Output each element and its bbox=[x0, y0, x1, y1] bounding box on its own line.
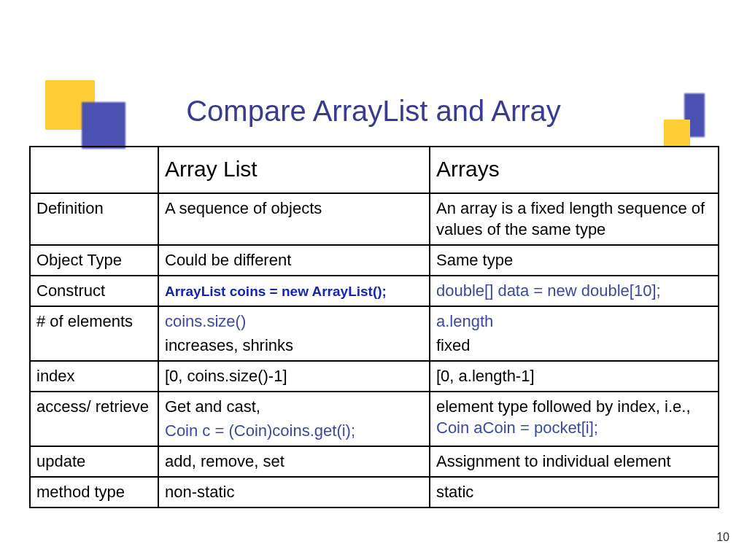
cell-arraylist: Get and cast, Coin c = (Coin)coins.get(i… bbox=[158, 392, 430, 446]
table-row: method type non-static static bbox=[30, 477, 719, 508]
row-label: Definition bbox=[30, 193, 158, 245]
code-snippet: Coin c = (Coin)coins.get(i); bbox=[165, 420, 423, 441]
code-snippet: double[] data = new double[10]; bbox=[436, 281, 661, 300]
row-label: Construct bbox=[30, 276, 158, 306]
cell-arrays: element type followed by index, i.e., Co… bbox=[430, 392, 719, 446]
header-arrays: Arrays bbox=[430, 147, 719, 193]
cell-text: increases, shrinks bbox=[165, 335, 423, 356]
cell-arraylist: ArrayList coins = new ArrayList(); bbox=[158, 276, 430, 306]
table-row: # of elements coins.size() increases, sh… bbox=[30, 306, 719, 361]
row-label: # of elements bbox=[30, 306, 158, 361]
cell-arrays: a.length fixed bbox=[430, 306, 719, 361]
header-arraylist: Array List bbox=[158, 147, 430, 193]
table-header-row: Array List Arrays bbox=[30, 147, 719, 193]
code-snippet: coins.size() bbox=[165, 311, 423, 332]
row-label: update bbox=[30, 446, 158, 477]
table-row: index [0, coins.size()-1] [0, a.length-1… bbox=[30, 361, 719, 392]
cell-text: fixed bbox=[436, 335, 712, 356]
cell-arrays: Same type bbox=[430, 245, 719, 276]
row-label: method type bbox=[30, 477, 158, 508]
cell-arraylist: non-static bbox=[158, 477, 430, 508]
code-snippet: Coin aCoin = pocket[i]; bbox=[436, 419, 598, 437]
row-label: index bbox=[30, 361, 158, 392]
cell-arraylist: [0, coins.size()-1] bbox=[158, 361, 430, 392]
cell-arraylist: Could be different bbox=[158, 245, 430, 276]
comparison-table: Array List Arrays Definition A sequence … bbox=[29, 146, 718, 508]
cell-text: Get and cast, bbox=[165, 396, 423, 417]
row-label: access/ retrieve bbox=[30, 392, 158, 446]
table-row: Object Type Could be different Same type bbox=[30, 245, 719, 276]
table-row: Definition A sequence of objects An arra… bbox=[30, 193, 719, 245]
table-row: update add, remove, set Assignment to in… bbox=[30, 446, 719, 477]
cell-arrays: Assignment to individual element bbox=[430, 446, 719, 477]
cell-arrays: [0, a.length-1] bbox=[430, 361, 719, 392]
cell-arrays: An array is a fixed length sequence of v… bbox=[430, 193, 719, 245]
cell-arrays: static bbox=[430, 477, 719, 508]
table-row: access/ retrieve Get and cast, Coin c = … bbox=[30, 392, 719, 446]
cell-text: element type followed by index, i.e., bbox=[436, 397, 691, 416]
cell-arrays: double[] data = new double[10]; bbox=[430, 276, 719, 306]
header-blank bbox=[30, 147, 158, 193]
code-snippet: a.length bbox=[436, 311, 712, 332]
cell-arraylist: coins.size() increases, shrinks bbox=[158, 306, 430, 361]
slide-title: Compare ArrayList and Array bbox=[0, 95, 747, 128]
cell-arraylist: add, remove, set bbox=[158, 446, 430, 477]
row-label: Object Type bbox=[30, 245, 158, 276]
table-row: Construct ArrayList coins = new ArrayLis… bbox=[30, 276, 719, 306]
cell-arraylist: A sequence of objects bbox=[158, 193, 430, 245]
code-snippet: ArrayList coins = new ArrayList(); bbox=[165, 284, 387, 299]
page-number: 10 bbox=[716, 531, 729, 544]
